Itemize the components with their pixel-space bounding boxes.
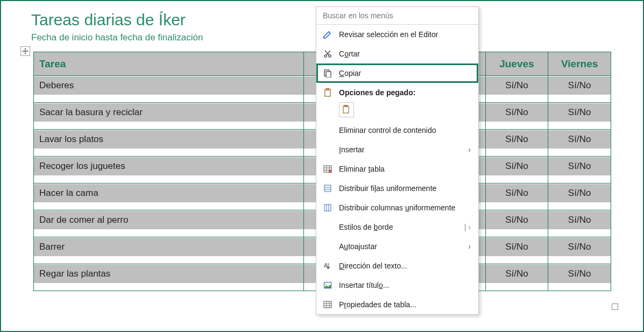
menu-label: Insertar título... (339, 281, 471, 289)
value-cell[interactable]: Sí/No (548, 130, 611, 149)
menu-label: Cortar (339, 50, 471, 58)
separator-icon: | › (459, 223, 471, 231)
copy-icon (322, 68, 334, 79)
menu-distribute-rows[interactable]: Distribuir filas uniformemente (316, 179, 478, 198)
value-cell[interactable]: Sí/No (486, 238, 548, 256)
chevron-right-icon: › (462, 145, 471, 154)
menu-insert-caption[interactable]: Insertar título... (316, 276, 478, 295)
menu-paste-options-label: Opciones de pegado: (316, 83, 478, 102)
picture-icon (322, 280, 334, 291)
svg-rect-14 (324, 301, 331, 308)
menu-label: Copiar (339, 69, 471, 77)
table-properties-icon (322, 299, 334, 310)
value-cell[interactable]: Sí/No (548, 265, 611, 283)
task-cell[interactable]: Hacer la cama (34, 184, 303, 202)
clipboard-icon (322, 87, 334, 98)
menu-label: Estilos de borde (339, 223, 459, 231)
pen-icon (322, 29, 334, 40)
table-resize-handle[interactable] (612, 303, 618, 310)
scissors-icon (322, 48, 334, 59)
menu-cut[interactable]: Cortar (316, 44, 478, 63)
task-cell[interactable]: Recoger los juguetes (34, 157, 303, 175)
value-cell[interactable]: Sí/No (486, 184, 548, 202)
menu-distribute-cols[interactable]: Distribuir columnas uniformemente (316, 198, 478, 217)
task-cell[interactable]: Deberes (34, 76, 303, 95)
svg-rect-10 (324, 204, 331, 211)
value-cell[interactable]: Sí/No (486, 103, 548, 122)
distribute-rows-icon (322, 183, 334, 194)
svg-rect-3 (326, 72, 331, 77)
table-delete-icon (322, 164, 334, 174)
value-cell[interactable]: Sí/No (486, 211, 548, 229)
context-menu: Revisar selección en el Editor Cortar Co… (316, 6, 479, 315)
col-header-task[interactable]: Tarea (34, 52, 304, 76)
menu-delete-table[interactable]: Eliminar tabla (316, 159, 478, 179)
chevron-right-icon: › (462, 242, 471, 251)
menu-label: Revisar selección en el Editor (339, 30, 471, 39)
menu-autofit[interactable]: Autoajustar › (316, 237, 478, 256)
task-cell[interactable]: Barrer (34, 238, 303, 256)
svg-rect-5 (327, 89, 329, 90)
text-direction-icon: A (322, 260, 334, 271)
task-cell[interactable]: Sacar la basura y reciclar (34, 103, 303, 122)
value-cell[interactable]: Sí/No (486, 265, 548, 283)
value-cell[interactable]: Sí/No (486, 157, 548, 175)
menu-label: Eliminar control de contenido (339, 126, 471, 135)
value-cell[interactable]: Sí/No (548, 76, 611, 95)
menu-review-editor[interactable]: Revisar selección en el Editor (316, 25, 478, 44)
menu-search-input[interactable] (316, 7, 478, 25)
menu-label: Distribuir filas uniformemente (339, 184, 471, 193)
menu-label: Opciones de pegado: (339, 88, 471, 97)
menu-border-styles[interactable]: Estilos de borde | › (316, 217, 478, 237)
value-cell[interactable]: Sí/No (548, 238, 611, 256)
menu-label: Dirección del texto... (339, 262, 471, 270)
value-cell[interactable]: Sí/No (486, 130, 548, 149)
task-cell[interactable]: Lavar los platos (34, 130, 303, 149)
svg-rect-9 (324, 185, 331, 192)
svg-rect-7 (345, 105, 348, 107)
value-cell[interactable]: Sí/No (548, 157, 611, 175)
value-cell[interactable]: Sí/No (548, 211, 611, 229)
menu-label: Distribuir columnas uniformemente (339, 203, 471, 212)
menu-label: Eliminar tabla (339, 165, 471, 173)
task-cell[interactable]: Regar las plantas (34, 265, 303, 283)
paste-option-default[interactable] (339, 102, 354, 117)
menu-text-direction[interactable]: A Dirección del texto... (316, 256, 478, 276)
value-cell[interactable]: Sí/No (548, 184, 611, 202)
menu-table-properties[interactable]: Propiedades de tabla... (316, 295, 478, 314)
menu-label: Insertar (339, 145, 462, 154)
value-cell[interactable]: Sí/No (548, 103, 611, 122)
menu-insert[interactable]: Insertar › (316, 140, 478, 159)
menu-label: Autoajustar (339, 242, 462, 251)
distribute-cols-icon (322, 202, 334, 213)
col-header-jueves[interactable]: Jueves (485, 52, 548, 76)
table-move-handle[interactable] (20, 46, 30, 56)
task-cell[interactable]: Dar de comer al perro (34, 211, 303, 229)
col-header-viernes[interactable]: Viernes (548, 52, 611, 76)
menu-copy[interactable]: Copiar (316, 63, 478, 83)
value-cell[interactable]: Sí/No (486, 76, 548, 95)
menu-label: Propiedades de tabla... (339, 300, 471, 309)
menu-delete-content-control[interactable]: Eliminar control de contenido (316, 121, 478, 140)
svg-point-13 (325, 284, 327, 285)
